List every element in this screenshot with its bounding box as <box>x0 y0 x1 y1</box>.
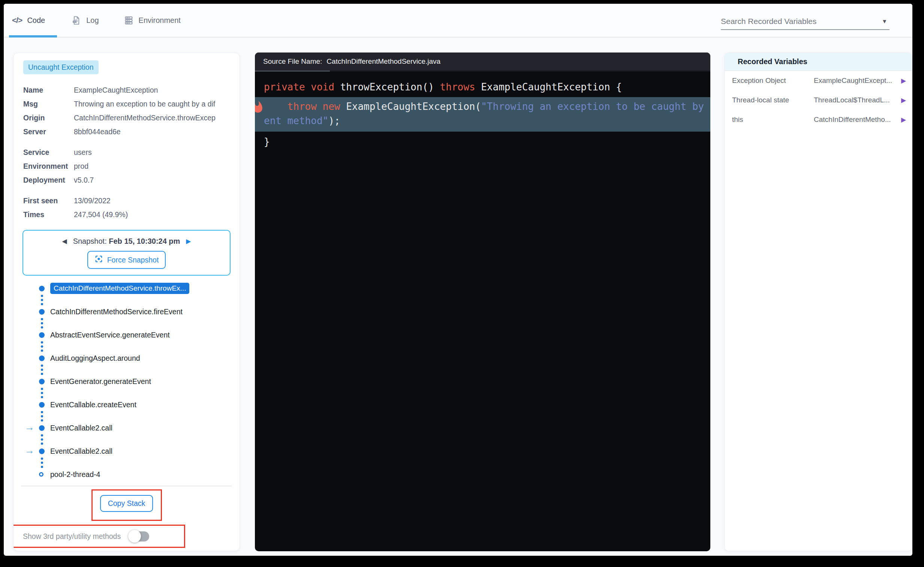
code-tab-icon: </> <box>12 16 22 25</box>
next-snapshot-icon[interactable]: ▶ <box>186 238 191 245</box>
stack-frame-label: EventGenerator.generateEvent <box>50 377 151 386</box>
server-stack-icon <box>124 15 134 26</box>
detail-label: Times <box>23 211 74 219</box>
detail-label: Deployment <box>23 176 74 185</box>
stack-frame-selected[interactable]: CatchInDifferentMethodService.throwEx... <box>14 283 240 293</box>
source-file-label: Source File Name: <box>263 57 322 66</box>
code-header-tab-indicator <box>255 71 330 72</box>
variable-name: Exception Object <box>732 77 814 85</box>
app-window: </> Code Log <box>4 4 912 556</box>
search-select-label: Search Recorded Variables <box>721 17 816 26</box>
detail-row-server: Server 8bbf044ead6e <box>23 125 230 139</box>
toggle-row: Show 3rd party/utility methods <box>23 525 149 548</box>
stack-connector <box>14 433 240 446</box>
highlighted-exception-line: throw new ExampleCaughtException("Throwi… <box>255 97 710 132</box>
third-party-toggle-area: Show 3rd party/utility methods <box>14 525 240 549</box>
force-snapshot-button[interactable]: Force Snapshot <box>87 251 166 269</box>
stack-connector <box>14 363 240 376</box>
variable-row-exception-object[interactable]: Exception Object ExampleCaughtExcept... … <box>724 71 912 90</box>
snapshot-nav-row: ◀ Snapshot: Feb 15, 10:30:24 pm ▶ <box>27 236 226 247</box>
detail-value: 8bbf044ead6e <box>74 128 230 136</box>
tab-code-label: Code <box>27 16 45 25</box>
top-tab-bar: </> Code Log <box>4 4 912 38</box>
detail-label: First seen <box>23 197 74 205</box>
stack-node-dot <box>39 309 45 314</box>
detail-value: Throwing an exception to be caught by a … <box>74 100 230 108</box>
force-snapshot-row: Force Snapshot <box>27 251 226 269</box>
exception-flame-icon <box>255 100 264 117</box>
copy-stack-area: Copy Stack <box>14 489 240 522</box>
stack-node-dot <box>39 425 45 431</box>
detail-row-deployment: Deployment v5.0.7 <box>23 173 230 187</box>
snapshot-navigator: ◀ Snapshot: Feb 15, 10:30:24 pm ▶ <box>22 230 231 276</box>
detail-row-first-seen: First seen 13/09/2022 <box>23 194 230 208</box>
code-line-3: } <box>255 135 710 148</box>
detail-value: CatchInDifferentMethodService.throwExcep <box>74 114 230 122</box>
expand-variable-icon[interactable]: ▶ <box>901 96 906 104</box>
tab-environment[interactable]: Environment <box>124 4 181 37</box>
variable-row-this[interactable]: this CatchInDifferentMetho... ▶ <box>724 110 912 129</box>
stack-frame-label: EventCallable2.call <box>50 447 112 456</box>
exception-details-group-2: Service users Environment prod Deploymen… <box>23 146 230 187</box>
stack-frame[interactable]: CatchInDifferentMethodService.fireEvent <box>14 306 240 317</box>
variable-name: Thread-local state <box>732 96 814 104</box>
stack-connector <box>14 456 240 469</box>
snapshot-label: Snapshot: <box>73 237 109 245</box>
variable-value: CatchInDifferentMetho... <box>814 116 898 124</box>
stack-frame[interactable]: AbstractEventService.generateEvent <box>14 329 240 340</box>
variable-value: ThreadLocal$ThreadL... <box>814 96 898 104</box>
detail-row-times: Times 247,504 (49.9%) <box>23 208 230 222</box>
detail-row-environment: Environment prod <box>23 159 230 173</box>
code-header-underline <box>255 71 710 72</box>
detail-value: prod <box>74 162 230 171</box>
stack-frame-label: pool-2-thread-4 <box>50 470 100 479</box>
detail-row-origin: Origin CatchInDifferentMethodService.thr… <box>23 111 230 125</box>
detail-value: 13/09/2022 <box>74 197 230 205</box>
stack-frame-thread-root[interactable]: pool-2-thread-4 <box>14 469 240 480</box>
expand-variable-icon[interactable]: ▶ <box>901 77 906 85</box>
stack-frame-thread-hop[interactable]: → EventCallable2.call <box>14 423 240 433</box>
stack-connector <box>14 293 240 306</box>
stack-connector <box>14 317 240 329</box>
active-tab-underline <box>9 35 57 38</box>
force-snapshot-label: Force Snapshot <box>107 256 159 265</box>
variable-row-thread-local[interactable]: Thread-local state ThreadLocal$ThreadL..… <box>724 90 912 110</box>
detail-label: Environment <box>23 162 74 171</box>
stack-connector <box>14 340 240 353</box>
code-editor-content[interactable]: private void throwException() throws Exa… <box>255 72 710 148</box>
tab-code[interactable]: </> Code <box>12 4 45 37</box>
stack-node-dot <box>39 332 45 338</box>
chevron-down-icon[interactable]: ▼ <box>882 18 887 24</box>
detail-label: Service <box>23 148 74 157</box>
code-viewer: Source File Name: CatchInDifferentMethod… <box>255 53 710 551</box>
detail-label: Server <box>23 128 74 136</box>
log-file-icon <box>71 15 81 26</box>
code-token: throwException() <box>334 81 440 93</box>
stack-frame[interactable]: EventCallable.createEvent <box>14 399 240 410</box>
exception-details-group-1: Name ExampleCaughtException Msg Throwing… <box>23 83 230 139</box>
copy-stack-button[interactable]: Copy Stack <box>100 495 153 512</box>
detail-value: 247,504 (49.9%) <box>74 211 230 219</box>
stack-frame[interactable]: EventGenerator.generateEvent <box>14 376 240 387</box>
source-file-name: CatchInDifferentMethodService.java <box>327 57 441 66</box>
code-token: ExampleCaughtException( <box>340 101 481 112</box>
stack-frame-label: AuditLoggingAspect.around <box>50 354 140 362</box>
tab-log[interactable]: Log <box>71 4 99 37</box>
detail-row-name: Name ExampleCaughtException <box>23 83 230 97</box>
stack-node-dot <box>39 448 45 454</box>
stack-thread-dot <box>39 472 44 477</box>
code-viewer-header: Source File Name: CatchInDifferentMethod… <box>255 53 710 71</box>
stack-connector <box>14 387 240 399</box>
stack-frame-label: CatchInDifferentMethodService.fireEvent <box>50 307 183 316</box>
stack-frame-thread-hop[interactable]: → EventCallable2.call <box>14 446 240 456</box>
code-line-1: private void throwException() throws Exa… <box>255 81 710 93</box>
stack-frame[interactable]: AuditLoggingAspect.around <box>14 353 240 363</box>
string-token: "Throwing an exception to be caught by a… <box>481 101 710 112</box>
code-line-2-wrap-a: throw new ExampleCaughtException("Throwi… <box>255 99 710 114</box>
keyword-token: throws <box>440 81 475 93</box>
search-recorded-variables-select[interactable]: Search Recorded Variables ▼ <box>721 14 890 30</box>
expand-variable-icon[interactable]: ▶ <box>901 116 906 124</box>
third-party-methods-toggle[interactable] <box>129 531 149 541</box>
stack-node-dot <box>39 379 45 384</box>
previous-snapshot-icon[interactable]: ◀ <box>62 238 67 245</box>
